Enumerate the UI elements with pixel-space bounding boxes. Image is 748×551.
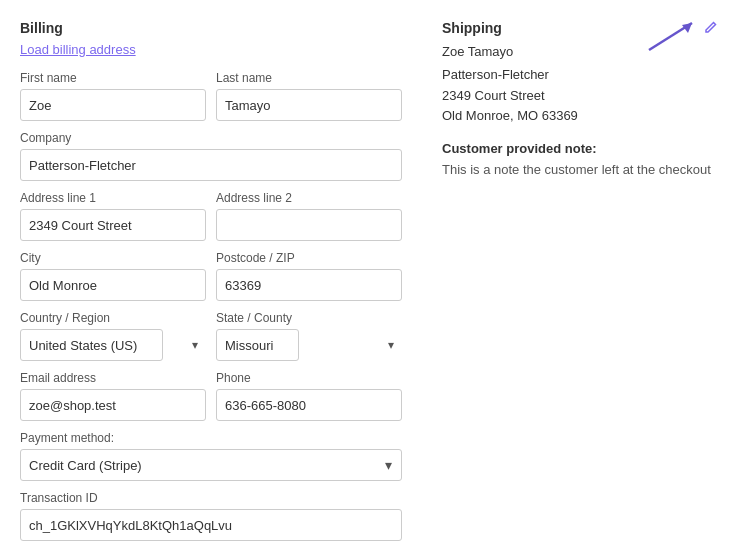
first-name-input[interactable] (20, 89, 206, 121)
last-name-label: Last name (216, 71, 402, 85)
postcode-label: Postcode / ZIP (216, 251, 402, 265)
shipping-address-line: 2349 Court Street (442, 86, 728, 107)
address2-group: Address line 2 (216, 191, 402, 241)
address1-label: Address line 1 (20, 191, 206, 205)
state-select-wrapper: Missouri (216, 329, 402, 361)
customer-note-section: Customer provided note: This is a note t… (442, 141, 728, 180)
payment-method-group: Payment method: Credit Card (Stripe) (20, 431, 402, 481)
country-group: Country / Region United States (US) (20, 311, 206, 361)
customer-note-label: Customer provided note: (442, 141, 728, 156)
billing-section: Billing Load billing address First name … (20, 20, 402, 551)
payment-select-wrapper: Credit Card (Stripe) (20, 449, 402, 481)
company-group: Company (20, 131, 402, 181)
company-label: Company (20, 131, 402, 145)
city-input[interactable] (20, 269, 206, 301)
transaction-id-label: Transaction ID (20, 491, 402, 505)
phone-group: Phone (216, 371, 402, 421)
first-name-label: First name (20, 71, 206, 85)
first-name-group: First name (20, 71, 206, 121)
transaction-id-group: Transaction ID (20, 491, 402, 541)
billing-title: Billing (20, 20, 402, 36)
address1-input[interactable] (20, 209, 206, 241)
email-input[interactable] (20, 389, 206, 421)
customer-note-text: This is a note the customer left at the … (442, 160, 728, 180)
address1-group: Address line 1 (20, 191, 206, 241)
load-billing-link[interactable]: Load billing address (20, 42, 136, 57)
country-select[interactable]: United States (US) (20, 329, 163, 361)
arrow-indicator (644, 15, 704, 58)
company-input[interactable] (20, 149, 402, 181)
phone-label: Phone (216, 371, 402, 385)
postcode-group: Postcode / ZIP (216, 251, 402, 301)
last-name-group: Last name (216, 71, 402, 121)
payment-method-label: Payment method: (20, 431, 402, 445)
state-group: State / County Missouri (216, 311, 402, 361)
address2-label: Address line 2 (216, 191, 402, 205)
country-label: Country / Region (20, 311, 206, 325)
email-label: Email address (20, 371, 206, 385)
last-name-input[interactable] (216, 89, 402, 121)
shipping-city-state-zip: Old Monroe, MO 63369 (442, 106, 728, 127)
edit-shipping-button[interactable] (704, 20, 718, 37)
city-group: City (20, 251, 206, 301)
shipping-section: Shipping Zoe Tamayo Patterson-Fletcher 2… (442, 20, 728, 551)
transaction-id-input[interactable] (20, 509, 402, 541)
city-label: City (20, 251, 206, 265)
state-select[interactable]: Missouri (216, 329, 299, 361)
state-label: State / County (216, 311, 402, 325)
postcode-input[interactable] (216, 269, 402, 301)
payment-method-select[interactable]: Credit Card (Stripe) (20, 449, 402, 481)
country-select-wrapper: United States (US) (20, 329, 206, 361)
address2-input[interactable] (216, 209, 402, 241)
phone-input[interactable] (216, 389, 402, 421)
shipping-company: Patterson-Fletcher (442, 65, 728, 86)
email-group: Email address (20, 371, 206, 421)
